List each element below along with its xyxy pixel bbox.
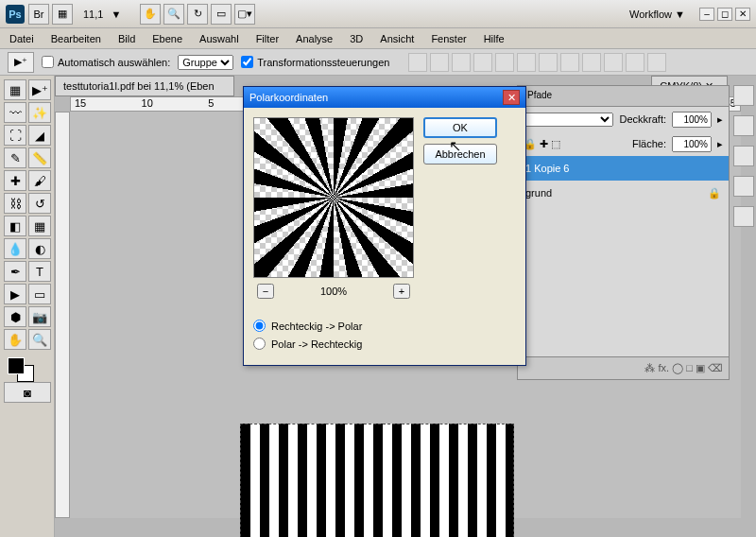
type-tool[interactable]: T xyxy=(28,261,51,282)
zoom-out-button[interactable]: − xyxy=(257,284,274,299)
layer-item[interactable]: grund🔒 xyxy=(518,181,729,205)
align-icon[interactable] xyxy=(626,53,644,72)
ok-button[interactable]: OK xyxy=(423,117,497,138)
opacity-input[interactable] xyxy=(672,112,712,128)
film-icon[interactable]: ▦ xyxy=(52,4,73,25)
menu-hilfe[interactable]: Hilfe xyxy=(484,33,505,44)
menu-bild[interactable]: Bild xyxy=(118,33,135,44)
auto-select-type[interactable]: Gruppe xyxy=(178,55,233,70)
panel-footer: ⁂ fx. ◯ □ ▣ ⌫ xyxy=(518,356,729,379)
camera-tool[interactable]: 📷 xyxy=(28,306,51,327)
lasso-tool[interactable]: 〰 xyxy=(4,102,26,123)
align-icon[interactable] xyxy=(473,53,492,72)
fill-input[interactable] xyxy=(672,136,712,152)
auto-select-checkbox[interactable]: Automatisch auswählen: xyxy=(42,56,170,68)
move-tool2[interactable]: ▶⁺ xyxy=(28,79,51,100)
move-tool-icon[interactable]: ▶⁺ xyxy=(8,52,34,73)
ruler-vertical xyxy=(55,112,70,518)
align-icon[interactable] xyxy=(408,53,427,72)
titlebar: Ps Br ▦ 11,1▼ ✋ 🔍 ↻ ▭ ▢▾ Workflow ▼ – ◻ … xyxy=(0,0,756,28)
menu-ebene[interactable]: Ebene xyxy=(152,33,182,44)
stamp-tool[interactable]: ⛓ xyxy=(4,193,26,214)
quickmask-tool[interactable]: ◙ xyxy=(4,382,51,403)
menu-bearbeiten[interactable]: Bearbeiten xyxy=(51,33,101,44)
blend-mode[interactable] xyxy=(524,113,613,127)
close-button[interactable]: ✕ xyxy=(735,8,750,21)
fill-label: Fläche: xyxy=(632,138,666,149)
gradient-tool[interactable]: ▦ xyxy=(28,216,51,236)
color-swatch[interactable] xyxy=(4,357,51,380)
path-tool[interactable]: ▶ xyxy=(4,284,26,304)
align-icon[interactable] xyxy=(430,53,449,72)
dialog-close-button[interactable]: ✕ xyxy=(503,90,520,105)
options-bar: ▶⁺ Automatisch auswählen: Gruppe Transfo… xyxy=(0,49,756,76)
align-icon[interactable] xyxy=(582,53,601,72)
align-icon[interactable] xyxy=(539,53,558,72)
heal-tool[interactable]: ✚ xyxy=(4,170,26,191)
lock-icons[interactable]: 🔒 ✚ ⬚ xyxy=(524,138,560,150)
menubar: Datei Bearbeiten Bild Ebene Auswahl Filt… xyxy=(0,28,756,49)
ruler-tool[interactable]: 📏 xyxy=(28,147,51,168)
history-tool[interactable]: ↺ xyxy=(28,193,51,214)
menu-fenster[interactable]: Fenster xyxy=(431,33,466,44)
align-icon[interactable] xyxy=(517,53,536,72)
layer-item[interactable]: 1 Kopie 6 xyxy=(518,156,729,181)
dock-icon[interactable] xyxy=(733,146,754,166)
opacity-label: Deckkraft: xyxy=(619,113,666,125)
lock-icon: 🔒 xyxy=(708,187,721,199)
crop-tool[interactable]: ⛶ xyxy=(4,125,26,146)
dodge-tool[interactable]: ◐ xyxy=(28,238,51,259)
eraser-tool[interactable]: ◧ xyxy=(4,216,26,236)
align-icon[interactable] xyxy=(560,53,579,72)
zoom-icon[interactable]: 🔍 xyxy=(163,4,184,25)
menu-datei[interactable]: Datei xyxy=(9,33,34,44)
layers-panel: Pfade Deckkraft: ▸ 🔒 ✚ ⬚ Fläche: ▸ 1 Kop… xyxy=(517,85,730,380)
align-icon[interactable] xyxy=(647,53,666,72)
wand-tool[interactable]: ✨ xyxy=(28,102,51,123)
menu-analyse[interactable]: Analyse xyxy=(296,33,333,44)
cancel-button[interactable]: Abbrechen xyxy=(423,144,497,165)
move-tool[interactable]: ▦ xyxy=(4,79,26,100)
eyedropper-tool[interactable]: ✎ xyxy=(4,147,26,168)
blur-tool[interactable]: 💧 xyxy=(4,238,26,259)
align-icon[interactable] xyxy=(604,53,623,72)
arrange-icon[interactable]: ▭ xyxy=(211,4,232,25)
menu-3d[interactable]: 3D xyxy=(350,33,363,44)
align-icon[interactable] xyxy=(452,53,471,72)
rotate-icon[interactable]: ↻ xyxy=(187,4,208,25)
toolbox: ▦▶⁺ 〰✨ ⛶◢ ✎📏 ✚🖌 ⛓↺ ◧▦ 💧◐ ✒T ▶▭ ⬢📷 ✋🔍 ◙ xyxy=(0,76,55,537)
screen-icon[interactable]: ▢▾ xyxy=(234,4,255,25)
right-dock xyxy=(731,76,756,227)
align-icons xyxy=(408,53,666,72)
polar-dialog: Polarkoordinaten ✕ − 100% + OK Abbrechen… xyxy=(243,86,526,366)
transform-checkbox[interactable]: Transformationssteuerungen xyxy=(241,56,389,68)
dock-icon[interactable] xyxy=(733,115,754,136)
dock-icon[interactable] xyxy=(733,176,754,197)
radio-rect-polar[interactable]: Rechteckig -> Polar xyxy=(253,320,516,332)
menu-ansicht[interactable]: Ansicht xyxy=(380,33,414,44)
shape-tool[interactable]: ▭ xyxy=(28,284,51,304)
menu-auswahl[interactable]: Auswahl xyxy=(199,33,239,44)
workflow-dropdown[interactable]: Workflow ▼ xyxy=(629,9,685,20)
minimize-button[interactable]: – xyxy=(699,8,714,21)
menu-filter[interactable]: Filter xyxy=(256,33,279,44)
slice-tool[interactable]: ◢ xyxy=(28,125,51,146)
dock-icon[interactable] xyxy=(733,206,754,227)
3d-tool[interactable]: ⬢ xyxy=(4,306,26,327)
preview-zoom: 100% xyxy=(320,286,347,297)
bridge-icon[interactable]: Br xyxy=(28,4,49,25)
maximize-button[interactable]: ◻ xyxy=(717,8,732,21)
hand-tool[interactable]: ✋ xyxy=(4,329,26,350)
zoom-level[interactable]: 11,1 xyxy=(83,9,103,20)
zoom-in-button[interactable]: + xyxy=(393,284,410,299)
document-tab[interactable]: testtutoria1l.pdf bei 11,1% (Eben xyxy=(55,76,234,96)
ps-icon: Ps xyxy=(6,5,25,24)
hand-icon[interactable]: ✋ xyxy=(140,4,161,25)
pen-tool[interactable]: ✒ xyxy=(4,261,26,282)
radio-polar-rect[interactable]: Polar -> Rechteckig xyxy=(253,338,516,350)
brush-tool[interactable]: 🖌 xyxy=(28,170,51,191)
dialog-titlebar[interactable]: Polarkoordinaten ✕ xyxy=(244,87,525,108)
zoom-tool[interactable]: 🔍 xyxy=(28,329,51,350)
dock-icon[interactable] xyxy=(733,85,754,106)
align-icon[interactable] xyxy=(495,53,514,72)
